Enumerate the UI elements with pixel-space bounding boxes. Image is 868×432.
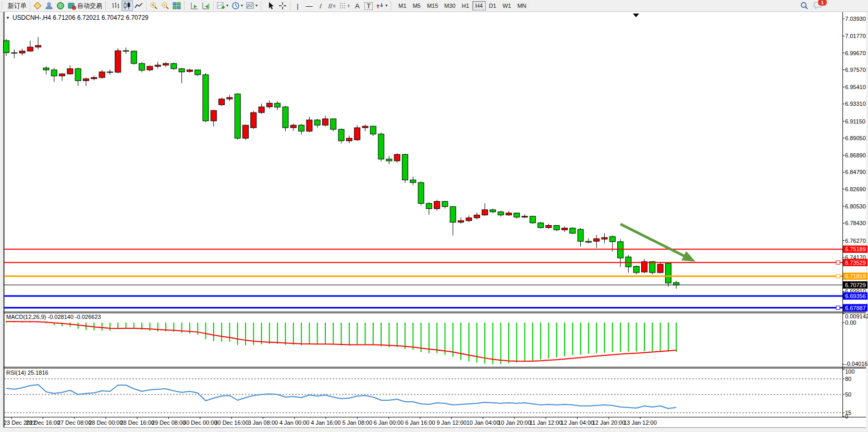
vertical-line-button[interactable]: | (292, 1, 303, 11)
user-icon (45, 2, 53, 10)
horizontal-line-icon: — (306, 3, 313, 9)
svg-text:7.03930: 7.03930 (845, 16, 866, 22)
notification-badge: 1 (817, 0, 827, 6)
periods-button[interactable]: ▾ (230, 1, 244, 11)
auto-trading-button[interactable]: 自动交易 (66, 1, 104, 11)
svg-text:50: 50 (845, 391, 851, 398)
chevron-down-icon: ▾ (255, 4, 258, 8)
macd-indicator-label: MACD(12,26,9) -0.028140 -0.026623 (6, 314, 101, 320)
mql-community-button[interactable] (32, 1, 43, 11)
signals-button[interactable] (55, 1, 66, 11)
new-order-label: 新订单 (8, 2, 27, 10)
template-icon (246, 2, 254, 10)
timeframe-button-h1[interactable]: H1 (459, 1, 472, 10)
toolbar-separator (290, 1, 290, 10)
zoom-out-icon (161, 2, 169, 10)
svg-text:28 Dec 16:00: 28 Dec 16:00 (120, 419, 154, 426)
channel-button[interactable]: //E (326, 1, 338, 11)
fibonacci-button[interactable]: F (338, 1, 351, 11)
svg-text:-0.040162: -0.040162 (845, 361, 868, 367)
zoom-in-icon (150, 2, 158, 10)
timeframe-toolbar: M1M5M15M30H1H4D1W1MN (395, 1, 529, 10)
chart-canvas[interactable]: 7.039307.017706.996706.975706.954106.933… (0, 0, 868, 432)
svg-text:5 Jan 08:00: 5 Jan 08:00 (343, 419, 373, 426)
svg-text:10 Jan 04:00: 10 Jan 04:00 (467, 419, 500, 426)
svg-text:6.82690: 6.82690 (845, 186, 866, 192)
svg-text:9 Jan 12:00: 9 Jan 12:00 (436, 419, 467, 426)
svg-text:6.78430: 6.78430 (845, 220, 866, 226)
user-profile-button[interactable] (43, 1, 55, 11)
arrow-shapes-icon (376, 2, 384, 10)
tile-windows-button[interactable] (171, 1, 182, 11)
toolbar-grip (184, 2, 187, 10)
equidistant-channel-icon: // (328, 3, 332, 9)
collapse-icon[interactable]: ▼ (6, 16, 10, 20)
horizontal-line-button[interactable]: — (303, 1, 315, 11)
timeframe-button-m15[interactable]: M15 (424, 1, 441, 10)
chart-title-bar: ▼ USDCNH-,H4 6.71206 6.72021 6.70472 6.7… (6, 14, 149, 21)
cursor-arrow-icon (267, 2, 275, 10)
svg-text:13 Jan 12:00: 13 Jan 12:00 (624, 419, 657, 426)
text-label-button[interactable]: T (363, 1, 374, 11)
timeframe-button-d1[interactable]: D1 (486, 1, 499, 10)
trendline-icon: / (320, 3, 322, 9)
hline-handle[interactable] (836, 306, 840, 310)
timeframe-button-m5[interactable]: M5 (410, 1, 424, 10)
crosshair-button[interactable] (277, 1, 288, 11)
text-label-icon: T (364, 2, 373, 10)
timeframe-button-m1[interactable]: M1 (395, 1, 409, 10)
timeframe-button-h4[interactable]: H4 (472, 1, 486, 10)
templates-button[interactable]: ▾ (244, 1, 259, 11)
zoom-out-button[interactable] (160, 1, 171, 11)
auto-scroll-icon (190, 2, 199, 10)
toolbar-separator (213, 1, 214, 10)
chart-shift-button[interactable] (200, 1, 212, 11)
candlestick-chart-button[interactable] (121, 1, 133, 11)
line-chart-button[interactable] (133, 1, 144, 11)
toolbar-grip (261, 2, 264, 10)
gold-diamond-icon (33, 2, 42, 10)
timeframe-button-mn[interactable]: MN (514, 1, 529, 10)
cursor-button[interactable] (265, 1, 277, 11)
svg-text:0: 0 (845, 413, 848, 419)
text-icon: A (355, 3, 360, 9)
svg-text:6.69356: 6.69356 (845, 293, 866, 299)
search-button[interactable] (799, 1, 810, 11)
svg-text:6.86890: 6.86890 (845, 152, 866, 158)
svg-text:6.99670: 6.99670 (845, 50, 866, 56)
svg-text:30 Dec 16:00: 30 Dec 16:00 (214, 419, 248, 426)
time-axis (11, 417, 640, 419)
text-button[interactable]: A (351, 1, 363, 11)
auto-trading-label: 自动交易 (77, 2, 102, 10)
clock-icon (231, 2, 240, 10)
svg-text:6.91150: 6.91150 (845, 118, 865, 125)
timeframe-button-w1[interactable]: W1 (499, 1, 515, 10)
rsi-indicator-label: RSI(14) 25.1816 (6, 369, 48, 376)
auto-scroll-button[interactable] (189, 1, 200, 11)
auto-trading-icon (68, 2, 76, 10)
tile-windows-icon (173, 2, 181, 10)
trendline-button[interactable]: / (315, 1, 326, 11)
svg-text:6 Jan 16:00: 6 Jan 16:00 (405, 419, 435, 426)
trading-platform-window: 新订单 自动交易 (0, 0, 868, 432)
toolbar-separator (30, 1, 30, 10)
svg-text:29 Dec 08:00: 29 Dec 08:00 (152, 419, 186, 426)
hline-handle[interactable] (836, 261, 840, 264)
arrows-button[interactable]: ▾ (374, 1, 389, 11)
symbol-quote-label: USDCNH-,H4 6.71206 6.72021 6.70472 6.707… (13, 14, 149, 21)
svg-text:12 Jan 20:00: 12 Jan 20:00 (592, 419, 626, 426)
svg-text:6.76270: 6.76270 (845, 238, 866, 244)
timeframe-button-m30[interactable]: M30 (441, 1, 458, 10)
vertical-line-icon: | (297, 3, 298, 9)
bar-chart-button[interactable] (110, 1, 121, 11)
svg-text:4 Jan 16:00: 4 Jan 16:00 (311, 419, 341, 426)
svg-text:0.00: 0.00 (845, 319, 856, 326)
svg-text:6 Jan 00:00: 6 Jan 00:00 (374, 419, 404, 426)
zoom-in-button[interactable] (148, 1, 160, 11)
svg-text:4 Jan 00:00: 4 Jan 00:00 (279, 419, 310, 426)
hline-handle[interactable] (836, 275, 840, 278)
channel-sub-label: E (333, 4, 336, 8)
svg-text:6.89050: 6.89050 (845, 135, 866, 141)
indicators-button[interactable]: ▾ (215, 1, 230, 11)
new-order-button[interactable]: 新订单 (6, 1, 28, 11)
